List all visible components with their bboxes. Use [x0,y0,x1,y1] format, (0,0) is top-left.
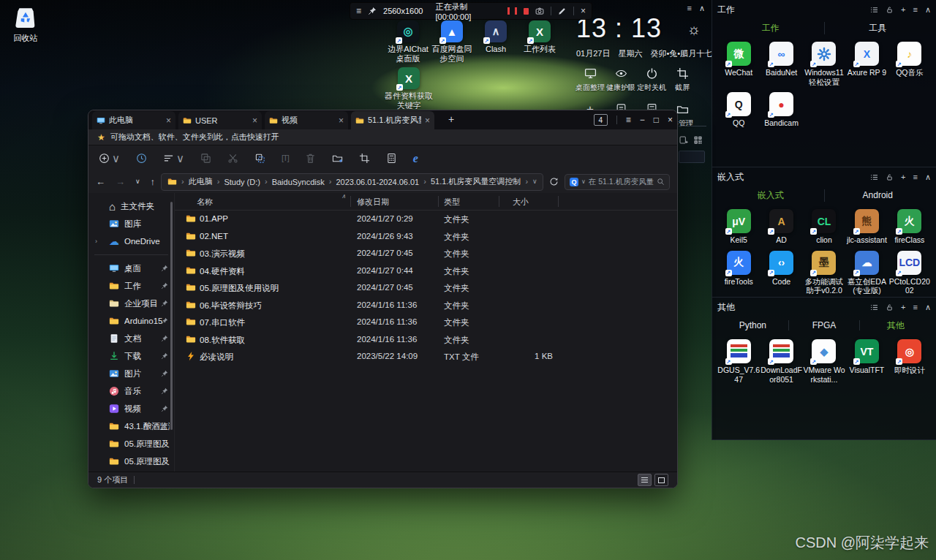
panel-menu-icon[interactable]: ≡ [913,173,918,181]
qr-code-icon[interactable] [693,135,703,145]
explorer-tab[interactable]: 视频 × [265,111,348,129]
sidebar-item[interactable]: 图片 [88,365,174,382]
back-button[interactable]: ← [96,177,105,186]
app-tile[interactable]: 熊 ↗ jlc-assistant [845,209,888,245]
recorder-pin-icon[interactable] [368,7,377,15]
rename-button[interactable]: [T] [282,154,289,162]
file-row[interactable]: 05.原理图及使用说明 2024/1/27 0:45 文件夹 [175,279,677,297]
sidebar-item[interactable]: 文档 [88,330,174,347]
note-add-icon[interactable] [679,135,688,145]
delete-button[interactable] [305,153,316,164]
app-tile[interactable]: VT ↗ VisualTFT [845,339,888,384]
panel-menu-icon[interactable]: ≡ [913,303,918,311]
file-row[interactable]: 02.NET 2024/1/26 9:43 文件夹 [175,228,677,246]
app-tile[interactable]: ☁ ↗ 嘉立创EDA(专业版) [845,251,888,295]
panel-tab[interactable]: Python [717,320,789,330]
column-divider[interactable] [499,196,499,207]
list-view-icon[interactable] [870,6,878,14]
app-tile[interactable]: μV ↗ Keil5 [717,209,760,245]
calculator-button[interactable] [386,153,397,164]
widget-input[interactable] [679,151,705,163]
app-tile[interactable]: ∞ ↗ BaiduNet [760,42,802,86]
view-sort-button[interactable]: ∨ [163,153,184,164]
sidebar-item[interactable]: 音乐 [88,382,174,400]
collapse-icon[interactable]: ∧ [925,303,931,311]
quick-launch-bar[interactable]: ★ 可拖动文档、软件、文件夹到此，点击快速打开 [88,129,677,145]
app-tile[interactable]: X ↗ Axure RP 9 [845,42,888,86]
clock-collapse-icon[interactable]: ∧ [699,4,705,12]
new-tab-button[interactable]: + [448,114,454,124]
sidebar-item[interactable]: 05.原理图及使用 [88,453,174,470]
sidebar-item[interactable]: 图库 [88,215,174,232]
weather-sun-icon[interactable]: ☼ [687,22,701,37]
desktop-icon[interactable]: ▲↗ 百度网盘同步空间 [430,20,474,64]
screenshot-icon[interactable] [535,7,544,15]
sidebar-item[interactable]: 43.1.酿酒监测 [88,417,174,435]
new-folder-button[interactable] [332,153,343,164]
file-row[interactable]: 03.演示视频 2024/1/27 0:45 文件夹 [175,245,677,262]
eye-care-button[interactable]: 健康护眼 [605,67,636,93]
sidebar-item[interactable]: 企业项目 [88,295,174,312]
explorer-tab[interactable]: 此电脑 × [92,111,176,129]
column-type[interactable]: 类型 [444,197,460,208]
up-button[interactable]: ↑ [151,177,156,186]
sidebar-item[interactable]: 桌面 [88,260,174,277]
panel-tab[interactable]: 嵌入式 [717,189,825,202]
column-divider[interactable] [558,196,559,207]
panel-tab[interactable]: FPGA [789,320,861,330]
close-button[interactable]: × [668,116,673,124]
screenshot-button[interactable]: 截屏 [667,67,698,93]
column-divider[interactable] [350,196,351,207]
sidebar-item[interactable]: 视频 [88,400,174,417]
desktop-icon[interactable]: X↗ 工作列表 [518,20,562,64]
window-menu-icon[interactable]: ≡ [626,116,631,124]
tab-close-icon[interactable]: × [252,116,257,125]
file-row[interactable]: 04.硬件资料 2024/1/27 0:44 文件夹 [175,262,677,280]
browser-button[interactable]: e [413,153,418,164]
desktop-organize-button[interactable]: 桌面整理 [575,67,605,93]
search-box[interactable]: Q ∨ 在 51.1.机房变风量空... [565,174,670,190]
recorder-menu-icon[interactable]: ≡ [356,7,361,15]
app-tile[interactable]: 火 ↗ fireClass [888,209,931,245]
sidebar-item[interactable]: Arduino15 [88,312,174,330]
sidebar-scrollbar[interactable] [170,202,173,430]
breadcrumb-item[interactable]: 51.1.机房变风量空调控制 [431,176,521,187]
column-size[interactable]: 大小 [513,197,529,208]
app-tile[interactable]: 火 ↗ fireTools [717,251,760,295]
column-date[interactable]: 修改日期 [357,197,389,208]
panel-menu-icon[interactable]: ≡ [913,6,918,14]
minimize-button[interactable]: − [640,116,645,124]
icon-view-button[interactable] [654,474,668,486]
explorer-tab[interactable]: USER × [178,111,262,129]
desktop-icon[interactable]: ◎↗ 边界AIChat桌面版 [386,20,430,64]
column-name[interactable]: 名称 [197,197,213,208]
tab-close-icon[interactable]: × [339,116,344,125]
panel-tab[interactable]: Android [825,190,932,200]
search-icon[interactable] [657,178,665,186]
app-tile[interactable]: 微 ↗ WeChat [717,42,760,86]
add-icon[interactable]: + [901,6,905,14]
panel-tab[interactable]: 工具 [825,22,932,34]
lock-icon[interactable] [886,6,894,14]
collapse-icon[interactable]: ∧ [925,6,931,14]
sidebar-item[interactable]: 下载 [88,347,174,365]
collapse-icon[interactable]: ∧ [925,173,931,181]
app-tile[interactable]: 墨 ↗ 多功能调试助手v0.2.0 [803,251,845,295]
breadcrumb[interactable]: ›此电脑›Study (D:)›BaiduSyncdisk›2023.06.01… [161,173,543,191]
recent-button[interactable] [136,153,147,164]
add-icon[interactable]: + [901,303,905,311]
panel-tab[interactable]: 工作 [717,22,825,34]
app-tile[interactable]: ↗ DGUS_V7.647 [717,339,760,384]
file-row[interactable]: 07.串口软件 2024/1/16 11:36 文件夹 [175,314,677,331]
app-tile[interactable]: ● ↗ Bandicam [760,92,802,128]
app-tile[interactable]: A ↗ AD [760,209,802,245]
app-tile[interactable]: ‹› ↗ Code [760,251,802,295]
desktop-icon[interactable]: ∧↗ Clash [474,20,518,64]
copy-button[interactable] [200,153,211,164]
column-divider[interactable] [438,196,439,207]
new-item-button[interactable]: ∨ [99,153,120,164]
app-tile[interactable]: LCD ↗ PCtoLCD2002 [888,251,931,295]
expander-icon[interactable]: › [95,238,97,245]
app-tile[interactable]: ↗ Windows11轻松设置 [803,42,845,86]
tab-close-icon[interactable]: × [166,116,171,125]
